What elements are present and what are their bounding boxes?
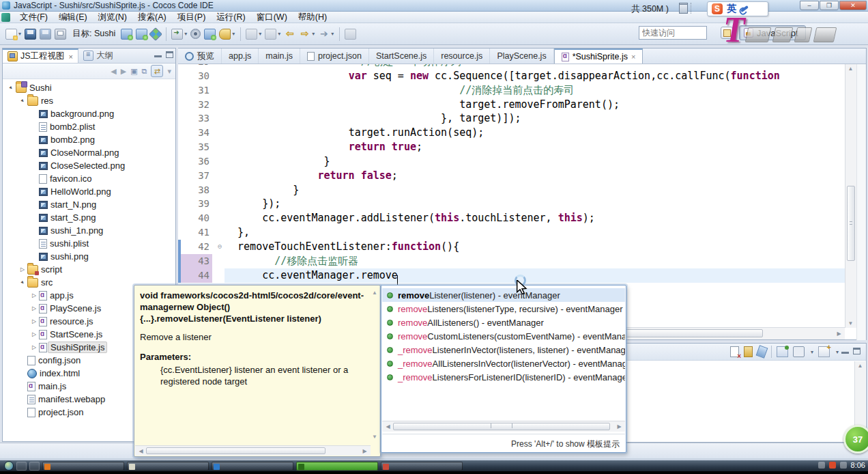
code-line-30[interactable]: 30 var seq = new cc.Sequence([target.dis… [178,69,866,83]
annotation-toggle-button[interactable]: ▾ [244,26,263,42]
editor-tab-startscene-js[interactable]: StartScene.js [369,48,434,64]
menu-item-3[interactable]: 搜索(A) [132,11,172,24]
external-tools-button-dropdown-icon[interactable]: ▾ [184,31,187,37]
tree-twisty-icon[interactable]: ▷ [18,266,27,273]
minimize-console-icon[interactable] [841,348,849,354]
tray-icon-1[interactable] [818,462,825,469]
code-line-36[interactable]: 36 } [178,154,866,169]
tree-item-closeselected-png[interactable]: CloseSelected.png [3,159,175,172]
last-edit-location-button[interactable] [343,26,358,42]
build-button[interactable] [149,26,162,42]
tree-item-bomb2-plist[interactable]: bomb2.plist [3,120,175,133]
new-wizard-button[interactable]: ▾ [4,26,23,42]
tree-item-start-n-png[interactable]: start_N.png [3,198,175,211]
coverage-button[interactable] [203,26,217,42]
tree-item-start-s-png[interactable]: start_S.png [3,211,175,224]
tree-twisty-icon[interactable]: ▷ [30,331,38,337]
perspective-javascript-button[interactable]: JavaScript [739,25,806,40]
collapse-all-icon[interactable]: ▣ [130,67,137,76]
tree-twisty-icon[interactable]: ▷ [30,344,38,350]
doc-scroll-left-icon[interactable]: ◀ [136,448,146,454]
completion-item-3[interactable]: removeCustomListeners(customEventName) -… [382,329,625,343]
tree-item-sushi-1n-png[interactable]: sushi_1n.png [3,224,175,237]
close-button[interactable]: ✕ [839,1,867,10]
chrome-icon[interactable] [29,462,40,471]
ime-language-mode[interactable]: 英 [727,3,736,15]
code-line-44[interactable]: 44 cc.eventManager.remove [178,268,866,283]
code-line-38[interactable]: 38 } [178,183,866,197]
pin-console-icon[interactable] [777,346,788,357]
code-line-41[interactable]: 41 }, [178,225,866,240]
run-external-button[interactable] [189,26,202,42]
new-wizard-button-dropdown-icon[interactable]: ▾ [18,31,21,37]
print-button[interactable] [53,26,68,42]
minimize-button[interactable]: – [800,1,819,10]
completion-scroll-left-icon[interactable]: ◀ [383,423,393,430]
code-line-39[interactable]: 39 }); [178,197,866,211]
menu-item-0[interactable]: 文件(F) [14,11,53,24]
scroll-lock-icon[interactable] [744,346,753,357]
editor-tab--sushisprite-js[interactable]: *SushiSprite.js× [554,48,643,64]
code-line-40[interactable]: 40 cc.eventManager.addListener(this.touc… [178,211,866,225]
editor-vertical-scrollbar[interactable]: ▲ ▼ [845,64,856,328]
menu-item-5[interactable]: 运行(R) [211,11,250,24]
code-line-31[interactable]: 31 //消除掉当前点击的寿司 [178,83,866,98]
open-perspective-icon[interactable] [721,27,733,39]
tab-outline[interactable]: 大纲 [78,48,118,63]
security-ball-badge[interactable]: 37 [843,425,868,454]
fold-collapse-icon[interactable]: ⊖ [215,240,225,254]
tree-item-helloworld-png[interactable]: HelloWorld.png [3,185,175,198]
menu-item-6[interactable]: 窗口(W) [251,11,293,24]
task-button-ppt[interactable] [127,462,209,471]
doc-scroll-up-icon[interactable]: ▲ [372,290,377,296]
open-console-icon[interactable] [818,346,830,357]
close-view-icon[interactable]: × [69,53,73,61]
tree-twisty-icon[interactable]: ▷ [30,318,38,324]
console-scroll-up-icon[interactable]: ▲ [855,363,865,369]
task-button-orange[interactable] [42,462,124,471]
code-line-43[interactable]: 43 //移除点击监听器 [178,254,866,268]
tree-twisty-icon[interactable]: ▾ [18,96,28,106]
start-orb[interactable] [4,461,14,471]
mark-occurrences-button-dropdown-icon[interactable]: ▾ [278,31,280,37]
console-settings-icon[interactable] [756,345,768,358]
maximize-button[interactable]: ❐ [820,1,839,10]
editor-tab-project-json[interactable]: project.json [300,48,369,64]
code-line-35[interactable]: 35 return true; [178,140,866,154]
run-target-button[interactable] [134,26,149,42]
doc-horizontal-scrollbar[interactable]: ◀ ▶ [135,445,371,456]
tab-js-project-view[interactable]: JS工程视图 × [3,48,78,63]
tree-item-sushi-plist[interactable]: sushi.plist [3,237,175,250]
tree-item-sushi-png[interactable]: sushi.png [3,250,175,263]
tree-item-bomb2-png[interactable]: bomb2.png [3,133,175,146]
garbage-collect-icon[interactable] [679,3,688,14]
editor-tab--[interactable]: 预览 [178,48,222,64]
back-arrow-icon[interactable]: ◀ [111,67,116,76]
tree-twisty-icon[interactable]: ▾ [6,83,16,93]
completion-item-1[interactable]: removeListeners(listenerType, recursive)… [382,302,625,316]
scroll-down-icon[interactable]: ▼ [845,320,856,326]
mark-occurrences-button[interactable]: ▾ [263,26,282,42]
code-line-29[interactable]: 29 //创建 一个动作序列 [178,64,866,69]
debug-target-button[interactable] [119,26,134,42]
back-history-button[interactable]: ⇦ [283,26,297,42]
explorer-icon[interactable] [16,462,27,471]
focus-active-task-icon[interactable]: ⇄ [151,65,163,77]
tree-twisty-icon[interactable]: ▾ [18,277,28,288]
link-with-editor-icon[interactable]: ⧉ [142,67,147,76]
tree-item-res[interactable]: ▾res [3,94,175,107]
code-line-37[interactable]: 37 return false; [178,169,866,183]
menu-item-4[interactable]: 项目(P) [172,11,212,24]
tree-twisty-icon[interactable]: ▷ [30,292,38,298]
next-annotation-button-dropdown-icon[interactable]: ▾ [331,31,334,37]
completion-item-2[interactable]: removeAllListeners() - eventManager [382,316,625,329]
search-button[interactable]: ▾ [218,26,236,42]
external-tools-button[interactable]: ▾ [170,26,188,42]
completion-horizontal-scrollbar[interactable]: ◀ ▶ [382,421,625,432]
clear-console-icon[interactable] [730,346,739,357]
tree-item-background-png[interactable]: background.png [3,107,175,120]
editor-tab-playscene-js[interactable]: PlayScene.js [490,48,553,64]
tree-item-favicon-ico[interactable]: favicon.ico [3,172,175,185]
code-line-33[interactable]: 33 }, target)]); [178,111,866,126]
tree-twisty-icon[interactable]: ▷ [30,305,38,311]
